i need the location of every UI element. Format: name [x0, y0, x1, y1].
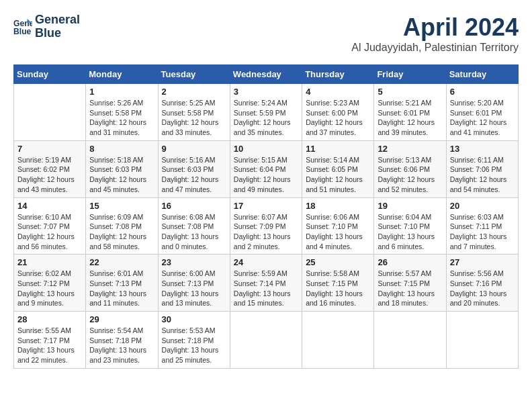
cell-content: Sunrise: 5:24 AM Sunset: 5:59 PM Dayligh… — [234, 98, 298, 138]
calendar-table: SundayMondayTuesdayWednesdayThursdayFrid… — [13, 64, 519, 369]
day-number: 13 — [450, 144, 515, 154]
day-number: 1 — [89, 87, 154, 97]
calendar-cell: 12Sunrise: 5:13 AM Sunset: 6:06 PM Dayli… — [374, 140, 446, 197]
cell-content: Sunrise: 6:06 AM Sunset: 7:10 PM Dayligh… — [306, 212, 370, 252]
day-header-tuesday: Tuesday — [158, 65, 230, 84]
day-number: 26 — [378, 257, 442, 267]
day-number: 16 — [162, 201, 226, 211]
title-section: April 2024 Al Judayyidah, Palestinian Te… — [351, 13, 519, 54]
cell-content: Sunrise: 5:18 AM Sunset: 6:03 PM Dayligh… — [89, 155, 154, 195]
calendar-cell: 7Sunrise: 5:19 AM Sunset: 6:02 PM Daylig… — [14, 140, 86, 197]
day-number: 21 — [17, 257, 82, 267]
day-number: 12 — [378, 144, 442, 154]
cell-content: Sunrise: 5:16 AM Sunset: 6:03 PM Dayligh… — [162, 155, 226, 195]
day-header-wednesday: Wednesday — [230, 65, 302, 84]
cell-content: Sunrise: 5:20 AM Sunset: 6:01 PM Dayligh… — [450, 98, 515, 138]
calendar-cell: 25Sunrise: 5:58 AM Sunset: 7:15 PM Dayli… — [302, 255, 374, 312]
day-header-saturday: Saturday — [446, 65, 518, 84]
svg-text:Blue: Blue — [13, 27, 32, 36]
cell-content: Sunrise: 6:01 AM Sunset: 7:13 PM Dayligh… — [89, 269, 154, 308]
cell-content: Sunrise: 5:59 AM Sunset: 7:14 PM Dayligh… — [234, 269, 298, 308]
day-number: 22 — [89, 257, 154, 267]
calendar-cell: 23Sunrise: 6:00 AM Sunset: 7:13 PM Dayli… — [158, 255, 230, 312]
cell-content: Sunrise: 5:15 AM Sunset: 6:04 PM Dayligh… — [234, 155, 298, 195]
calendar-cell: 17Sunrise: 6:07 AM Sunset: 7:09 PM Dayli… — [230, 197, 302, 255]
cell-content: Sunrise: 5:58 AM Sunset: 7:15 PM Dayligh… — [306, 269, 370, 308]
calendar-week-row: 14Sunrise: 6:10 AM Sunset: 7:07 PM Dayli… — [14, 197, 519, 255]
cell-content: Sunrise: 5:13 AM Sunset: 6:06 PM Dayligh… — [378, 155, 442, 195]
cell-content: Sunrise: 6:02 AM Sunset: 7:12 PM Dayligh… — [17, 269, 82, 308]
cell-content: Sunrise: 6:08 AM Sunset: 7:08 PM Dayligh… — [162, 212, 226, 252]
cell-content: Sunrise: 5:23 AM Sunset: 6:00 PM Dayligh… — [306, 98, 370, 138]
day-number: 24 — [234, 257, 298, 267]
calendar-week-row: 21Sunrise: 6:02 AM Sunset: 7:12 PM Dayli… — [14, 255, 519, 312]
day-number: 23 — [162, 257, 226, 267]
day-number: 7 — [17, 144, 82, 154]
calendar-cell — [230, 312, 302, 369]
cell-content: Sunrise: 5:19 AM Sunset: 6:02 PM Dayligh… — [17, 155, 82, 195]
cell-content: Sunrise: 6:10 AM Sunset: 7:07 PM Dayligh… — [17, 212, 82, 252]
day-number: 25 — [306, 257, 370, 267]
day-number: 30 — [162, 314, 226, 324]
day-number: 2 — [162, 87, 226, 97]
day-number: 18 — [306, 201, 370, 211]
calendar-cell: 30Sunrise: 5:53 AM Sunset: 7:18 PM Dayli… — [158, 312, 230, 369]
day-number: 14 — [17, 201, 82, 211]
calendar-cell: 14Sunrise: 6:10 AM Sunset: 7:07 PM Dayli… — [14, 197, 86, 255]
calendar-cell: 18Sunrise: 6:06 AM Sunset: 7:10 PM Dayli… — [302, 197, 374, 255]
calendar-cell: 5Sunrise: 5:21 AM Sunset: 6:01 PM Daylig… — [374, 84, 446, 141]
day-number: 9 — [162, 144, 226, 154]
cell-content: Sunrise: 5:57 AM Sunset: 7:15 PM Dayligh… — [378, 269, 442, 308]
logo-text: General Blue — [35, 13, 80, 40]
day-number: 8 — [89, 144, 154, 154]
cell-content: Sunrise: 6:03 AM Sunset: 7:11 PM Dayligh… — [450, 212, 515, 252]
calendar-cell: 22Sunrise: 6:01 AM Sunset: 7:13 PM Dayli… — [86, 255, 158, 312]
calendar-week-row: 28Sunrise: 5:55 AM Sunset: 7:17 PM Dayli… — [14, 312, 519, 369]
calendar-cell: 11Sunrise: 5:14 AM Sunset: 6:05 PM Dayli… — [302, 140, 374, 197]
calendar-cell: 27Sunrise: 5:56 AM Sunset: 7:16 PM Dayli… — [446, 255, 518, 312]
calendar-cell: 6Sunrise: 5:20 AM Sunset: 6:01 PM Daylig… — [446, 84, 518, 141]
cell-content: Sunrise: 5:53 AM Sunset: 7:18 PM Dayligh… — [162, 326, 226, 365]
page-header: General Blue General Blue April 2024 Al … — [13, 13, 519, 54]
calendar-cell: 26Sunrise: 5:57 AM Sunset: 7:15 PM Dayli… — [374, 255, 446, 312]
calendar-cell: 8Sunrise: 5:18 AM Sunset: 6:03 PM Daylig… — [86, 140, 158, 197]
calendar-cell: 9Sunrise: 5:16 AM Sunset: 6:03 PM Daylig… — [158, 140, 230, 197]
cell-content: Sunrise: 6:04 AM Sunset: 7:10 PM Dayligh… — [378, 212, 442, 252]
calendar-cell: 28Sunrise: 5:55 AM Sunset: 7:17 PM Dayli… — [14, 312, 86, 369]
cell-content: Sunrise: 5:26 AM Sunset: 5:58 PM Dayligh… — [89, 98, 154, 138]
cell-content: Sunrise: 5:25 AM Sunset: 5:58 PM Dayligh… — [162, 98, 226, 138]
calendar-cell — [14, 84, 86, 141]
day-number: 3 — [234, 87, 298, 97]
cell-content: Sunrise: 6:09 AM Sunset: 7:08 PM Dayligh… — [89, 212, 154, 252]
calendar-cell: 13Sunrise: 6:11 AM Sunset: 7:06 PM Dayli… — [446, 140, 518, 197]
location-title: Al Judayyidah, Palestinian Territory — [351, 42, 519, 54]
day-number: 27 — [450, 257, 515, 267]
day-number: 20 — [450, 201, 515, 211]
calendar-cell: 16Sunrise: 6:08 AM Sunset: 7:08 PM Dayli… — [158, 197, 230, 255]
calendar-cell: 2Sunrise: 5:25 AM Sunset: 5:58 PM Daylig… — [158, 84, 230, 141]
cell-content: Sunrise: 5:56 AM Sunset: 7:16 PM Dayligh… — [450, 269, 515, 308]
day-number: 15 — [89, 201, 154, 211]
calendar-cell — [302, 312, 374, 369]
day-header-friday: Friday — [374, 65, 446, 84]
day-number: 17 — [234, 201, 298, 211]
calendar-cell: 10Sunrise: 5:15 AM Sunset: 6:04 PM Dayli… — [230, 140, 302, 197]
day-header-monday: Monday — [86, 65, 158, 84]
day-number: 29 — [89, 314, 154, 324]
calendar-cell: 3Sunrise: 5:24 AM Sunset: 5:59 PM Daylig… — [230, 84, 302, 141]
calendar-cell — [446, 312, 518, 369]
day-number: 6 — [450, 87, 515, 97]
calendar-cell: 29Sunrise: 5:54 AM Sunset: 7:18 PM Dayli… — [86, 312, 158, 369]
calendar-cell: 20Sunrise: 6:03 AM Sunset: 7:11 PM Dayli… — [446, 197, 518, 255]
calendar-cell: 24Sunrise: 5:59 AM Sunset: 7:14 PM Dayli… — [230, 255, 302, 312]
day-header-sunday: Sunday — [14, 65, 86, 84]
calendar-week-row: 1Sunrise: 5:26 AM Sunset: 5:58 PM Daylig… — [14, 84, 519, 141]
day-number: 4 — [306, 87, 370, 97]
logo: General Blue General Blue — [13, 13, 80, 40]
cell-content: Sunrise: 5:21 AM Sunset: 6:01 PM Dayligh… — [378, 98, 442, 138]
calendar-cell: 1Sunrise: 5:26 AM Sunset: 5:58 PM Daylig… — [86, 84, 158, 141]
day-number: 11 — [306, 144, 370, 154]
cell-content: Sunrise: 5:55 AM Sunset: 7:17 PM Dayligh… — [17, 326, 82, 365]
day-number: 10 — [234, 144, 298, 154]
calendar-cell: 15Sunrise: 6:09 AM Sunset: 7:08 PM Dayli… — [86, 197, 158, 255]
